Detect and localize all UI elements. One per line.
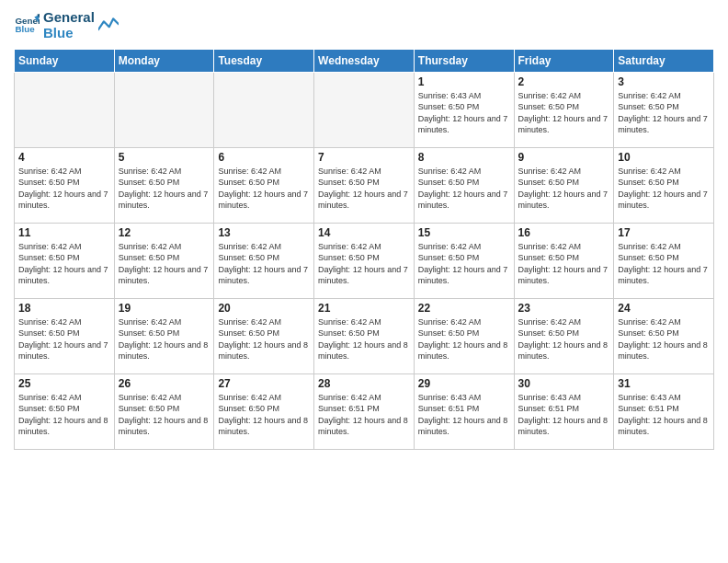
page: General Blue General Blue SundayMondayTu… [0, 0, 728, 563]
day-number: 16 [518, 226, 610, 239]
day-info: Sunrise: 6:42 AM Sunset: 6:50 PM Dayligh… [618, 166, 710, 212]
calendar-cell [114, 72, 214, 147]
day-info: Sunrise: 6:43 AM Sunset: 6:51 PM Dayligh… [418, 392, 510, 438]
calendar-day-header: Tuesday [214, 49, 314, 72]
day-info: Sunrise: 6:42 AM Sunset: 6:50 PM Dayligh… [318, 316, 410, 362]
day-info: Sunrise: 6:42 AM Sunset: 6:50 PM Dayligh… [318, 241, 410, 287]
calendar-cell [15, 72, 115, 147]
calendar-header-row: SundayMondayTuesdayWednesdayThursdayFrid… [15, 49, 714, 72]
day-number: 7 [318, 151, 410, 164]
calendar-day-header: Friday [514, 49, 614, 72]
logo-icon: General Blue [14, 12, 40, 38]
day-number: 21 [318, 302, 410, 315]
calendar-cell: 10Sunrise: 6:42 AM Sunset: 6:50 PM Dayli… [614, 147, 714, 223]
header: General Blue General Blue [14, 9, 714, 41]
calendar-cell: 3Sunrise: 6:42 AM Sunset: 6:50 PM Daylig… [614, 72, 714, 147]
day-number: 25 [18, 377, 110, 390]
calendar-cell: 11Sunrise: 6:42 AM Sunset: 6:50 PM Dayli… [15, 223, 115, 298]
day-info: Sunrise: 6:42 AM Sunset: 6:50 PM Dayligh… [618, 90, 710, 136]
calendar-cell: 25Sunrise: 6:42 AM Sunset: 6:50 PM Dayli… [15, 373, 115, 449]
calendar-cell: 31Sunrise: 6:43 AM Sunset: 6:51 PM Dayli… [614, 373, 714, 449]
day-info: Sunrise: 6:43 AM Sunset: 6:50 PM Dayligh… [418, 90, 510, 136]
day-info: Sunrise: 6:42 AM Sunset: 6:50 PM Dayligh… [218, 316, 310, 362]
calendar-cell: 28Sunrise: 6:42 AM Sunset: 6:51 PM Dayli… [314, 373, 415, 449]
calendar-cell [314, 72, 415, 147]
day-info: Sunrise: 6:42 AM Sunset: 6:50 PM Dayligh… [418, 241, 510, 287]
day-number: 24 [618, 302, 710, 315]
calendar-cell: 12Sunrise: 6:42 AM Sunset: 6:50 PM Dayli… [114, 223, 214, 298]
calendar-week-row: 18Sunrise: 6:42 AM Sunset: 6:50 PM Dayli… [15, 298, 714, 373]
calendar-cell [214, 72, 314, 147]
day-number: 5 [119, 151, 210, 164]
day-number: 19 [119, 302, 210, 315]
calendar-cell: 27Sunrise: 6:42 AM Sunset: 6:50 PM Dayli… [214, 373, 314, 449]
day-info: Sunrise: 6:42 AM Sunset: 6:50 PM Dayligh… [119, 392, 210, 438]
day-number: 3 [618, 75, 710, 88]
day-number: 20 [218, 302, 310, 315]
calendar-cell: 16Sunrise: 6:42 AM Sunset: 6:50 PM Dayli… [514, 223, 614, 298]
logo: General Blue General Blue [14, 9, 119, 41]
calendar-day-header: Sunday [15, 49, 115, 72]
calendar-cell: 24Sunrise: 6:42 AM Sunset: 6:50 PM Dayli… [614, 298, 714, 373]
day-number: 30 [518, 377, 610, 390]
day-number: 12 [119, 226, 210, 239]
day-number: 17 [618, 226, 710, 239]
day-info: Sunrise: 6:42 AM Sunset: 6:50 PM Dayligh… [318, 166, 410, 212]
day-info: Sunrise: 6:42 AM Sunset: 6:50 PM Dayligh… [618, 316, 710, 362]
day-info: Sunrise: 6:43 AM Sunset: 6:51 PM Dayligh… [518, 392, 610, 438]
logo-general: General [43, 9, 95, 25]
day-info: Sunrise: 6:42 AM Sunset: 6:50 PM Dayligh… [418, 166, 510, 212]
calendar-cell: 8Sunrise: 6:42 AM Sunset: 6:50 PM Daylig… [414, 147, 514, 223]
calendar-day-header: Wednesday [314, 49, 415, 72]
day-number: 8 [418, 151, 510, 164]
day-number: 26 [119, 377, 210, 390]
day-number: 10 [618, 151, 710, 164]
day-number: 15 [418, 226, 510, 239]
svg-text:Blue: Blue [15, 25, 35, 35]
day-number: 27 [218, 377, 310, 390]
calendar-cell: 18Sunrise: 6:42 AM Sunset: 6:50 PM Dayli… [15, 298, 115, 373]
day-number: 1 [418, 75, 510, 88]
calendar-cell: 14Sunrise: 6:42 AM Sunset: 6:50 PM Dayli… [314, 223, 415, 298]
calendar-week-row: 11Sunrise: 6:42 AM Sunset: 6:50 PM Dayli… [15, 223, 714, 298]
day-info: Sunrise: 6:42 AM Sunset: 6:50 PM Dayligh… [518, 90, 610, 136]
calendar-cell: 20Sunrise: 6:42 AM Sunset: 6:50 PM Dayli… [214, 298, 314, 373]
day-info: Sunrise: 6:42 AM Sunset: 6:50 PM Dayligh… [218, 392, 310, 438]
day-number: 13 [218, 226, 310, 239]
calendar-cell: 26Sunrise: 6:42 AM Sunset: 6:50 PM Dayli… [114, 373, 214, 449]
calendar-week-row: 25Sunrise: 6:42 AM Sunset: 6:50 PM Dayli… [15, 373, 714, 449]
calendar-cell: 21Sunrise: 6:42 AM Sunset: 6:50 PM Dayli… [314, 298, 415, 373]
day-info: Sunrise: 6:42 AM Sunset: 6:50 PM Dayligh… [518, 316, 610, 362]
day-number: 2 [518, 75, 610, 88]
calendar-cell: 29Sunrise: 6:43 AM Sunset: 6:51 PM Dayli… [414, 373, 514, 449]
day-info: Sunrise: 6:42 AM Sunset: 6:50 PM Dayligh… [119, 241, 210, 287]
calendar-cell: 17Sunrise: 6:42 AM Sunset: 6:50 PM Dayli… [614, 223, 714, 298]
logo-wave-icon [98, 15, 119, 35]
day-number: 6 [218, 151, 310, 164]
day-info: Sunrise: 6:42 AM Sunset: 6:50 PM Dayligh… [218, 241, 310, 287]
day-info: Sunrise: 6:42 AM Sunset: 6:50 PM Dayligh… [18, 392, 110, 438]
day-info: Sunrise: 6:42 AM Sunset: 6:50 PM Dayligh… [18, 316, 110, 362]
day-number: 23 [518, 302, 610, 315]
calendar-week-row: 1Sunrise: 6:43 AM Sunset: 6:50 PM Daylig… [15, 72, 714, 147]
calendar-cell: 5Sunrise: 6:42 AM Sunset: 6:50 PM Daylig… [114, 147, 214, 223]
day-info: Sunrise: 6:42 AM Sunset: 6:50 PM Dayligh… [119, 316, 210, 362]
day-number: 4 [18, 151, 110, 164]
day-info: Sunrise: 6:42 AM Sunset: 6:50 PM Dayligh… [418, 316, 510, 362]
day-number: 11 [18, 226, 110, 239]
day-info: Sunrise: 6:42 AM Sunset: 6:50 PM Dayligh… [618, 241, 710, 287]
day-info: Sunrise: 6:42 AM Sunset: 6:50 PM Dayligh… [218, 166, 310, 212]
calendar-cell: 6Sunrise: 6:42 AM Sunset: 6:50 PM Daylig… [214, 147, 314, 223]
calendar-cell: 7Sunrise: 6:42 AM Sunset: 6:50 PM Daylig… [314, 147, 415, 223]
calendar-cell: 1Sunrise: 6:43 AM Sunset: 6:50 PM Daylig… [414, 72, 514, 147]
day-info: Sunrise: 6:43 AM Sunset: 6:51 PM Dayligh… [618, 392, 710, 438]
calendar-day-header: Saturday [614, 49, 714, 72]
calendar-cell: 19Sunrise: 6:42 AM Sunset: 6:50 PM Dayli… [114, 298, 214, 373]
calendar-cell: 30Sunrise: 6:43 AM Sunset: 6:51 PM Dayli… [514, 373, 614, 449]
day-info: Sunrise: 6:42 AM Sunset: 6:50 PM Dayligh… [518, 166, 610, 212]
calendar-cell: 15Sunrise: 6:42 AM Sunset: 6:50 PM Dayli… [414, 223, 514, 298]
calendar-cell: 22Sunrise: 6:42 AM Sunset: 6:50 PM Dayli… [414, 298, 514, 373]
calendar-week-row: 4Sunrise: 6:42 AM Sunset: 6:50 PM Daylig… [15, 147, 714, 223]
day-number: 9 [518, 151, 610, 164]
day-info: Sunrise: 6:42 AM Sunset: 6:50 PM Dayligh… [18, 241, 110, 287]
